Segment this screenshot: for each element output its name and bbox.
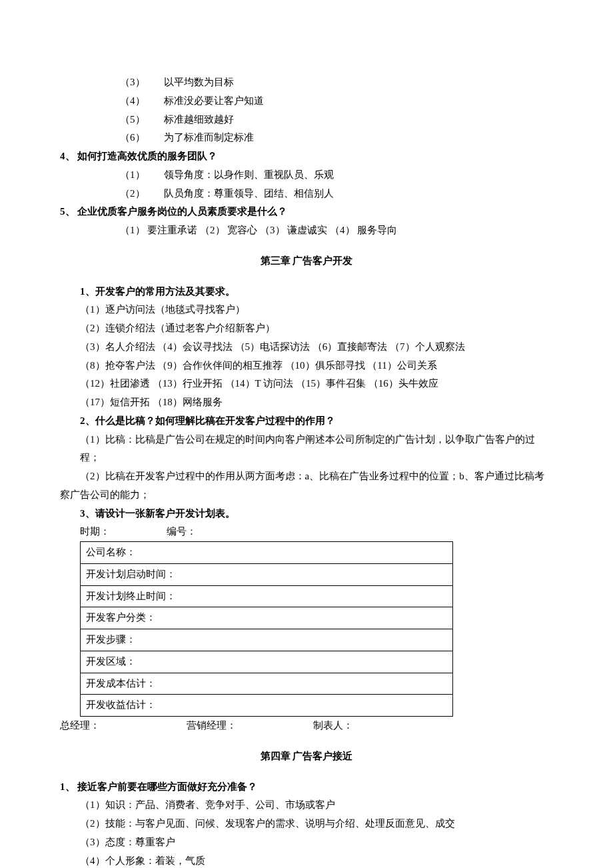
q4-label: 4、 [60,151,75,161]
c3-q1-heading: 1、开发客户的常用方法及其要求。 [60,283,553,301]
item-text: 标准越细致越好 [164,114,234,125]
chapter-3-title: 第三章 广告客户开发 [60,252,553,271]
list-item: （8）抢夺客户法 （9）合作伙伴间的相互推荐 （10）俱乐部寻找 （11）公司关… [60,357,553,375]
table-cell: 公司名称： [81,542,453,564]
list-item: （1）逐户访问法（地毯式寻找客户） [60,301,553,319]
q5-label: 5、 [60,206,75,217]
table-row: 开发步骤： [81,629,453,651]
table-row: 公司名称： [81,542,453,564]
c4-q1-label: 1、 [60,781,75,792]
table-cell: 开发计划终止时间： [81,585,453,607]
item-num: （2） [120,185,164,203]
item-text: 领导角度：以身作则、重视队员、乐观 [164,169,334,180]
table-cell: 开发计划启动时间： [81,563,453,585]
c4-q1-text: 接近客户前要在哪些方面做好充分准备？ [77,781,257,792]
paragraph: （1）比稿：比稿是广告公司在规定的时间内向客户阐述本公司所制定的广告计划，以争取… [60,431,553,468]
item-text: 队员角度：尊重领导、团结、相信别人 [164,188,334,199]
list-item: （3）态度：尊重客户 [60,833,553,852]
table-cell: 开发步骤： [81,629,453,651]
c3-q3-heading: 3、请设计一张新客户开发计划表。 [60,505,553,523]
item-text: 以平均数为目标 [164,77,234,87]
q5-text: 企业优质客户服务岗位的人员素质要求是什么？ [77,206,287,217]
list-item: （1）知识：产品、消费者、竞争对手、公司、市场或客户 [60,796,553,815]
table-cell: 开发成本估计： [81,673,453,695]
list-item: （2）技能：与客户见面、问候、发现客户的需求、说明与介绍、处理反面意见、成交 [60,815,553,833]
table-row: 开发计划终止时间： [81,585,453,607]
table-row: 开发区域： [81,651,453,673]
table-meta-date: 时期： [80,523,120,541]
chapter-4-title: 第四章 广告客户接近 [60,747,553,766]
table-row: 开发成本估计： [81,673,453,695]
question-5-heading: 5、 企业优质客户服务岗位的人员素质要求是什么？ [60,203,553,221]
item-text: 为了标准而制定标准 [164,132,254,143]
item-num: （5） [120,111,164,129]
paragraph: （2）比稿在开发客户过程中的作用从两方面考虑：a、比稿在广告业务过程中的位置；b… [60,467,553,505]
item-num: （4） [120,92,164,111]
item-num: （3） [120,73,164,92]
c4-q1-heading: 1、 接近客户前要在哪些方面做好充分准备？ [60,778,553,797]
footer-general-manager: 总经理： [60,717,187,735]
table-meta-row: 时期： 编号： [60,523,553,541]
table-meta-number: 编号： [167,523,197,541]
list-item: （2）连锁介绍法（通过老客户介绍新客户） [60,319,553,338]
list-item: （12）社团渗透 （13）行业开拓 （14）T 访问法 （15）事件召集 （16… [60,375,553,393]
item-num: （1） [120,166,164,185]
footer-marketing-manager: 营销经理： [187,717,313,735]
table-row: 开发收益估计： [81,695,453,717]
list-item: （17）短信开拓 （18）网络服务 [60,393,553,412]
item-num: （6） [120,129,164,147]
footer-author: 制表人： [313,717,413,735]
table-cell: 开发收益估计： [81,695,453,717]
q4-text: 如何打造高效优质的服务团队？ [77,151,217,161]
list-item: （4）个人形象：着装，气质 [60,852,553,869]
table-cell: 开发区域： [81,651,453,673]
list-item: （3）名人介绍法 （4）会议寻找法 （5）电话探访法 （6）直接邮寄法 （7）个… [60,338,553,357]
table-footer-row: 总经理： 营销经理： 制表人： [60,717,553,735]
table-cell: 开发客户分类： [81,607,453,629]
plan-table: 公司名称： 开发计划启动时间： 开发计划终止时间： 开发客户分类： 开发步骤： … [80,541,453,717]
q5-inline-list: （1） 要注重承诺 （2） 宽容心 （3） 谦虚诚实 （4） 服务导向 [60,221,553,240]
table-row: 开发计划启动时间： [81,563,453,585]
question-4-heading: 4、 如何打造高效优质的服务团队？ [60,147,553,166]
partial-list-top: （3）以平均数为目标 （4）标准没必要让客户知道 （5）标准越细致越好 （6）为… [60,73,553,147]
c3-q2-heading: 2、什么是比稿？如何理解比稿在开发客户过程中的作用？ [60,412,553,431]
item-text: 标准没必要让客户知道 [164,95,264,106]
table-row: 开发客户分类： [81,607,453,629]
